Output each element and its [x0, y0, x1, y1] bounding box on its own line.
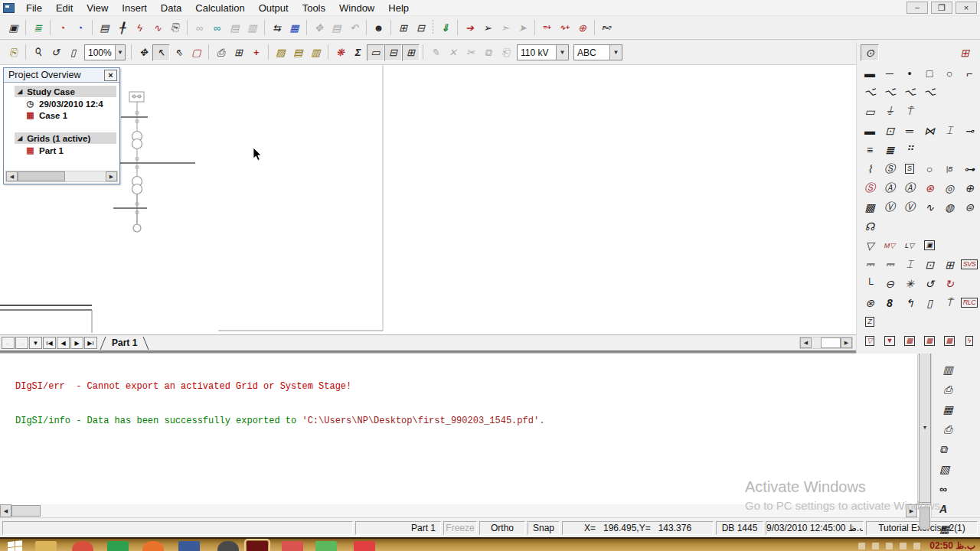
- last-page[interactable]: ▶I: [84, 337, 97, 349]
- motor-load-mv[interactable]: M▽: [880, 237, 899, 254]
- triple-busbar[interactable]: ≡: [861, 142, 879, 158]
- rlc-filter[interactable]: RLC: [960, 295, 978, 311]
- rotation-meter[interactable]: ↻: [940, 276, 959, 292]
- scroll-right-icon[interactable]: ▶: [906, 504, 917, 517]
- font-output[interactable]: A: [938, 500, 977, 517]
- tree-header-study-case[interactable]: ◢ Study Case: [15, 86, 116, 97]
- menu-item[interactable]: View: [80, 2, 115, 15]
- line[interactable]: ─: [880, 65, 899, 82]
- relay-box-3[interactable]: ▩: [940, 333, 959, 350]
- mark-origin[interactable]: +: [247, 44, 265, 61]
- async-machine-2[interactable]: Ⓐ: [900, 180, 919, 197]
- new-project[interactable]: ▣: [5, 19, 22, 36]
- load-flow-curve[interactable]: ∿: [149, 19, 166, 36]
- pages-menu[interactable]: ▼: [29, 337, 42, 349]
- three-winding-transformer[interactable]: ⊛: [861, 295, 879, 311]
- tray-icon[interactable]: [886, 543, 893, 549]
- phase-tech-combo[interactable]: ABC ▼: [573, 44, 622, 60]
- window-data-manager[interactable]: ⊞: [394, 19, 412, 36]
- scroll-left-icon[interactable]: ◀: [6, 171, 18, 181]
- app-orange[interactable]: [282, 541, 303, 551]
- copy[interactable]: ⧉: [479, 44, 497, 61]
- earth-switch[interactable]: ⏚: [880, 103, 899, 120]
- color-palette[interactable]: ❋: [332, 44, 349, 61]
- point-terminal[interactable]: •: [900, 65, 919, 82]
- network-box[interactable]: ▩: [861, 199, 879, 216]
- hydro-machine[interactable]: ◍: [940, 199, 959, 216]
- breaker-1[interactable]: ⌥: [861, 84, 879, 101]
- zoom-back[interactable]: ↺: [47, 44, 64, 61]
- scroll-right-icon[interactable]: ▶: [841, 337, 852, 348]
- explorer[interactable]: [35, 541, 57, 551]
- print[interactable]: ⎙: [212, 44, 230, 61]
- neutral-earth[interactable]: ⍑: [900, 103, 919, 120]
- show-legend-pane[interactable]: ⊞: [402, 44, 420, 61]
- rectangle[interactable]: □: [920, 65, 939, 82]
- tab-horizontal-scrollbar[interactable]: ◀ ▶: [799, 337, 853, 349]
- copy-output[interactable]: ⧉: [938, 441, 977, 458]
- minimize-button[interactable]: −: [906, 2, 928, 14]
- save-data[interactable]: ▦: [286, 19, 303, 36]
- page-forward[interactable]: →: [15, 337, 28, 349]
- stop-calculation[interactable]: ➤: [514, 19, 531, 36]
- firefox[interactable]: [142, 541, 164, 551]
- general-load[interactable]: ▽: [861, 237, 879, 254]
- relay-switch[interactable]: ϟ: [960, 333, 978, 350]
- b-element[interactable]: |B: [940, 161, 959, 178]
- edit-trigger-time[interactable]: ◔: [71, 19, 89, 36]
- chevron-down-icon[interactable]: ▼: [556, 45, 568, 60]
- study-time[interactable]: ◷ 29/03/2010 12:4: [5, 98, 118, 109]
- menu-item[interactable]: Window: [332, 2, 381, 15]
- freeze-mode[interactable]: ⊙: [861, 44, 879, 61]
- first-page[interactable]: I◀: [43, 337, 56, 349]
- two-winding-transformer[interactable]: 8: [880, 295, 899, 311]
- verify-data[interactable]: ▤: [96, 19, 113, 36]
- tray-icon[interactable]: [913, 543, 920, 549]
- scroll-right-icon[interactable]: ▶: [106, 171, 117, 181]
- capacitor-shunt[interactable]: ⌶: [900, 256, 919, 273]
- tray-icon[interactable]: [872, 543, 879, 549]
- chevron-down-icon[interactable]: ▼: [609, 45, 622, 60]
- menu-item[interactable]: Insert: [115, 2, 154, 15]
- drawing-canvas[interactable]: DIgSILENT PowerFactory 13.1.7 Exercise 2…: [0, 65, 856, 334]
- sync-machine[interactable]: Ⓢ: [880, 161, 899, 178]
- triple-busbar-tie[interactable]: ≣: [880, 142, 899, 158]
- relay-box-1[interactable]: ▩: [900, 333, 919, 350]
- prev-page[interactable]: ◀: [57, 337, 70, 349]
- network-model[interactable]: ╀: [113, 19, 131, 36]
- breaker-3[interactable]: ⌥: [900, 84, 919, 101]
- sync-machine-box[interactable]: S: [900, 161, 919, 178]
- terminal-short[interactable]: ▬: [861, 122, 879, 139]
- select-lasso[interactable]: ⇖: [170, 44, 188, 61]
- menu-item[interactable]: Data: [154, 2, 188, 15]
- zoom-curve[interactable]: ⊕: [573, 19, 591, 36]
- case-1[interactable]: ▦ Case 1: [5, 109, 118, 121]
- relay-motor[interactable]: ▼: [880, 333, 899, 350]
- next-page[interactable]: ▶: [70, 337, 83, 349]
- cut[interactable]: ✂: [462, 44, 479, 61]
- scroll-left-icon[interactable]: ◀: [0, 504, 11, 517]
- zoom-all[interactable]: ▯: [64, 44, 82, 61]
- relay-box-2[interactable]: ▩: [920, 333, 939, 350]
- scroll-left-icon[interactable]: ◀: [800, 337, 812, 348]
- drop-down-list[interactable]: ⇓: [436, 19, 454, 36]
- start-calculation[interactable]: ➔: [461, 19, 479, 36]
- show-frame[interactable]: ▭: [367, 44, 384, 61]
- output-vertical-scrollbar[interactable]: ▲ ▼: [917, 354, 931, 504]
- shunt-filter-2[interactable]: ⎓: [880, 256, 899, 273]
- zoom-in[interactable]: ⚲: [29, 44, 47, 61]
- calculate-quantities[interactable]: P=?: [598, 19, 616, 36]
- polyline[interactable]: ⌐: [960, 65, 978, 82]
- ac-source[interactable]: ∿: [920, 199, 939, 216]
- pump-storage[interactable]: ⊜: [960, 199, 978, 216]
- tab-part-1[interactable]: Part 1: [98, 337, 151, 350]
- paste[interactable]: ⎗: [497, 44, 514, 61]
- step-calculation[interactable]: ➢: [479, 19, 496, 36]
- breaker-2[interactable]: ⌥: [880, 84, 899, 101]
- window-output[interactable]: ⊟: [412, 19, 430, 36]
- add-variable-set[interactable]: =+: [538, 19, 556, 36]
- menu-item[interactable]: Calculation: [188, 2, 251, 15]
- user-account[interactable]: ☻: [370, 19, 387, 36]
- select-cursor[interactable]: ↖: [152, 44, 170, 61]
- find-in-output[interactable]: ∞: [938, 481, 977, 497]
